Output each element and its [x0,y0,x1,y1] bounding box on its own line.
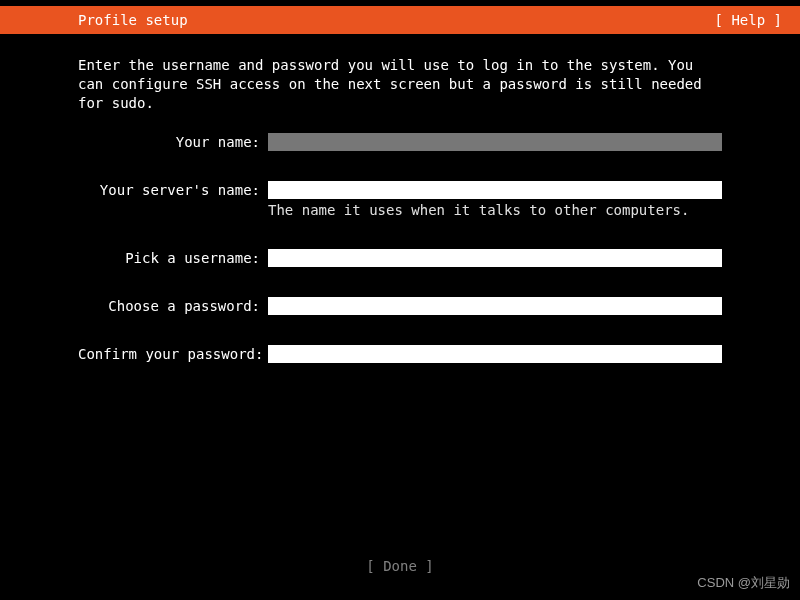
hint-server: The name it uses when it talks to other … [268,201,722,219]
label-name: Your name: [78,133,268,151]
input-password[interactable] [268,297,722,315]
header-bar: Profile setup [ Help ] [0,6,800,34]
content-area: Enter the username and password you will… [0,34,800,363]
instructions-text: Enter the username and password you will… [78,56,722,113]
form-row-password: Choose a password: [78,297,722,315]
label-username: Pick a username: [78,249,268,267]
form-row-confirm: Confirm your password: [78,345,722,363]
done-button[interactable]: [ Done ] [366,558,433,574]
watermark: CSDN @刘星勋 [697,574,790,592]
form-row-username: Pick a username: [78,249,722,267]
form-row-name: Your name: [78,133,722,151]
page-title: Profile setup [78,12,188,28]
input-confirm[interactable] [268,345,722,363]
input-username[interactable] [268,249,722,267]
label-confirm: Confirm your password: [78,345,268,363]
footer: [ Done ] [0,558,800,574]
label-server: Your server's name: [78,181,268,199]
input-server[interactable] [268,181,722,199]
input-name[interactable] [268,133,722,151]
label-password: Choose a password: [78,297,268,315]
form-row-server: Your server's name: The name it uses whe… [78,181,722,219]
help-button[interactable]: [ Help ] [715,12,782,28]
